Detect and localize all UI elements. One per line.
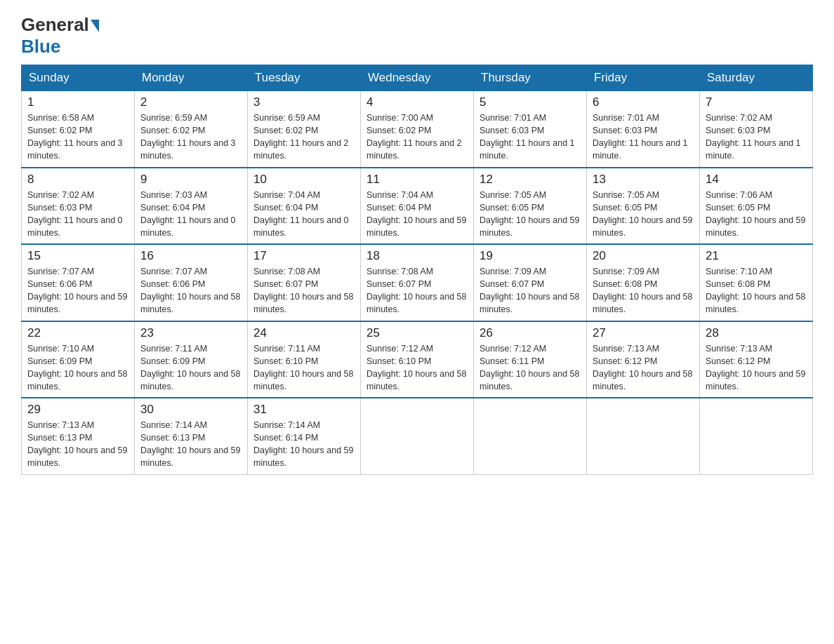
logo-general-text: General (21, 14, 89, 36)
calendar-cell: 4Sunrise: 7:00 AMSunset: 6:02 PMDaylight… (361, 91, 474, 168)
day-number: 30 (140, 403, 241, 417)
day-number: 9 (140, 173, 241, 187)
day-info: Sunrise: 7:05 AMSunset: 6:05 PMDaylight:… (479, 189, 581, 240)
day-info: Sunrise: 7:09 AMSunset: 6:08 PMDaylight:… (593, 265, 694, 316)
calendar-cell: 20Sunrise: 7:09 AMSunset: 6:08 PMDayligh… (587, 244, 700, 321)
weekday-header-wednesday: Wednesday (361, 65, 474, 91)
calendar-cell: 24Sunrise: 7:11 AMSunset: 6:10 PMDayligh… (248, 321, 361, 398)
calendar-cell (474, 398, 587, 474)
calendar-cell: 14Sunrise: 7:06 AMSunset: 6:05 PMDayligh… (700, 168, 813, 245)
weekday-header-row: SundayMondayTuesdayWednesdayThursdayFrid… (22, 65, 813, 91)
day-number: 15 (27, 249, 128, 263)
weekday-header-thursday: Thursday (474, 65, 587, 91)
calendar-cell: 21Sunrise: 7:10 AMSunset: 6:08 PMDayligh… (700, 244, 813, 321)
calendar-cell: 30Sunrise: 7:14 AMSunset: 6:13 PMDayligh… (135, 398, 248, 474)
day-number: 21 (706, 249, 807, 263)
calendar-cell: 13Sunrise: 7:05 AMSunset: 6:05 PMDayligh… (587, 168, 700, 245)
day-info: Sunrise: 7:08 AMSunset: 6:07 PMDaylight:… (253, 265, 355, 316)
calendar-week-row: 29Sunrise: 7:13 AMSunset: 6:13 PMDayligh… (22, 398, 813, 474)
day-info: Sunrise: 7:00 AMSunset: 6:02 PMDaylight:… (366, 112, 468, 163)
calendar-cell: 12Sunrise: 7:05 AMSunset: 6:05 PMDayligh… (474, 168, 587, 245)
day-number: 22 (27, 326, 128, 340)
day-number: 29 (27, 403, 128, 417)
day-info: Sunrise: 7:07 AMSunset: 6:06 PMDaylight:… (140, 265, 241, 316)
day-number: 23 (140, 326, 241, 340)
day-number: 27 (593, 326, 694, 340)
day-number: 11 (366, 173, 468, 187)
day-info: Sunrise: 7:06 AMSunset: 6:05 PMDaylight:… (706, 189, 807, 240)
day-info: Sunrise: 7:07 AMSunset: 6:06 PMDaylight:… (27, 265, 128, 316)
day-info: Sunrise: 7:04 AMSunset: 6:04 PMDaylight:… (253, 189, 355, 240)
day-number: 28 (706, 326, 807, 340)
day-number: 2 (140, 95, 241, 109)
calendar-cell: 28Sunrise: 7:13 AMSunset: 6:12 PMDayligh… (700, 321, 813, 398)
day-info: Sunrise: 7:01 AMSunset: 6:03 PMDaylight:… (479, 112, 581, 163)
day-number: 24 (253, 326, 355, 340)
day-info: Sunrise: 6:59 AMSunset: 6:02 PMDaylight:… (253, 112, 355, 163)
calendar-cell: 10Sunrise: 7:04 AMSunset: 6:04 PMDayligh… (248, 168, 361, 245)
calendar-cell: 31Sunrise: 7:14 AMSunset: 6:14 PMDayligh… (248, 398, 361, 474)
day-info: Sunrise: 7:14 AMSunset: 6:14 PMDaylight:… (253, 419, 355, 470)
day-number: 31 (253, 403, 355, 417)
calendar-cell: 9Sunrise: 7:03 AMSunset: 6:04 PMDaylight… (135, 168, 248, 245)
day-number: 17 (253, 249, 355, 263)
calendar-cell: 26Sunrise: 7:12 AMSunset: 6:11 PMDayligh… (474, 321, 587, 398)
calendar-body: 1Sunrise: 6:58 AMSunset: 6:02 PMDaylight… (22, 91, 813, 475)
day-number: 25 (366, 326, 468, 340)
calendar-week-row: 15Sunrise: 7:07 AMSunset: 6:06 PMDayligh… (22, 244, 813, 321)
logo: General Blue (21, 14, 99, 58)
day-info: Sunrise: 7:12 AMSunset: 6:11 PMDaylight:… (479, 342, 581, 394)
day-number: 4 (366, 95, 468, 109)
day-info: Sunrise: 6:58 AMSunset: 6:02 PMDaylight:… (27, 112, 128, 163)
calendar-cell: 15Sunrise: 7:07 AMSunset: 6:06 PMDayligh… (22, 244, 135, 321)
calendar-cell: 18Sunrise: 7:08 AMSunset: 6:07 PMDayligh… (361, 244, 474, 321)
calendar-cell: 27Sunrise: 7:13 AMSunset: 6:12 PMDayligh… (587, 321, 700, 398)
day-info: Sunrise: 7:13 AMSunset: 6:12 PMDaylight:… (593, 342, 694, 394)
day-number: 14 (706, 173, 807, 187)
day-number: 18 (366, 249, 468, 263)
day-number: 10 (253, 173, 355, 187)
day-number: 19 (479, 249, 581, 263)
weekday-header-saturday: Saturday (700, 65, 813, 91)
weekday-header-monday: Monday (135, 65, 248, 91)
day-number: 12 (479, 173, 581, 187)
calendar-cell: 6Sunrise: 7:01 AMSunset: 6:03 PMDaylight… (587, 91, 700, 168)
calendar-cell: 3Sunrise: 6:59 AMSunset: 6:02 PMDaylight… (248, 91, 361, 168)
day-info: Sunrise: 7:05 AMSunset: 6:05 PMDaylight:… (593, 189, 694, 240)
day-number: 8 (27, 173, 128, 187)
calendar-cell: 22Sunrise: 7:10 AMSunset: 6:09 PMDayligh… (22, 321, 135, 398)
day-info: Sunrise: 7:03 AMSunset: 6:04 PMDaylight:… (140, 189, 241, 240)
calendar-cell (361, 398, 474, 474)
day-number: 1 (27, 95, 128, 109)
day-info: Sunrise: 7:11 AMSunset: 6:09 PMDaylight:… (140, 342, 241, 394)
weekday-header-sunday: Sunday (22, 65, 135, 91)
day-number: 20 (593, 249, 694, 263)
calendar-week-row: 1Sunrise: 6:58 AMSunset: 6:02 PMDaylight… (22, 91, 813, 168)
weekday-header-tuesday: Tuesday (248, 65, 361, 91)
calendar-week-row: 22Sunrise: 7:10 AMSunset: 6:09 PMDayligh… (22, 321, 813, 398)
day-info: Sunrise: 7:10 AMSunset: 6:09 PMDaylight:… (27, 342, 128, 394)
day-info: Sunrise: 7:09 AMSunset: 6:07 PMDaylight:… (479, 265, 581, 316)
calendar-week-row: 8Sunrise: 7:02 AMSunset: 6:03 PMDaylight… (22, 168, 813, 245)
day-info: Sunrise: 7:02 AMSunset: 6:03 PMDaylight:… (27, 189, 128, 240)
day-info: Sunrise: 7:13 AMSunset: 6:13 PMDaylight:… (27, 419, 128, 470)
logo-blue-text: Blue (21, 36, 60, 58)
day-number: 7 (706, 95, 807, 109)
day-info: Sunrise: 7:14 AMSunset: 6:13 PMDaylight:… (140, 419, 241, 470)
day-number: 13 (593, 173, 694, 187)
day-number: 16 (140, 249, 241, 263)
calendar-cell: 16Sunrise: 7:07 AMSunset: 6:06 PMDayligh… (135, 244, 248, 321)
calendar-cell: 2Sunrise: 6:59 AMSunset: 6:02 PMDaylight… (135, 91, 248, 168)
day-info: Sunrise: 7:04 AMSunset: 6:04 PMDaylight:… (366, 189, 468, 240)
calendar-cell: 17Sunrise: 7:08 AMSunset: 6:07 PMDayligh… (248, 244, 361, 321)
day-number: 6 (593, 95, 694, 109)
calendar-cell (700, 398, 813, 474)
day-info: Sunrise: 7:02 AMSunset: 6:03 PMDaylight:… (706, 112, 807, 163)
day-info: Sunrise: 7:01 AMSunset: 6:03 PMDaylight:… (593, 112, 694, 163)
day-number: 26 (479, 326, 581, 340)
calendar-cell: 1Sunrise: 6:58 AMSunset: 6:02 PMDaylight… (22, 91, 135, 168)
day-info: Sunrise: 7:12 AMSunset: 6:10 PMDaylight:… (366, 342, 468, 394)
day-info: Sunrise: 7:13 AMSunset: 6:12 PMDaylight:… (706, 342, 807, 394)
day-number: 5 (479, 95, 581, 109)
day-number: 3 (253, 95, 355, 109)
